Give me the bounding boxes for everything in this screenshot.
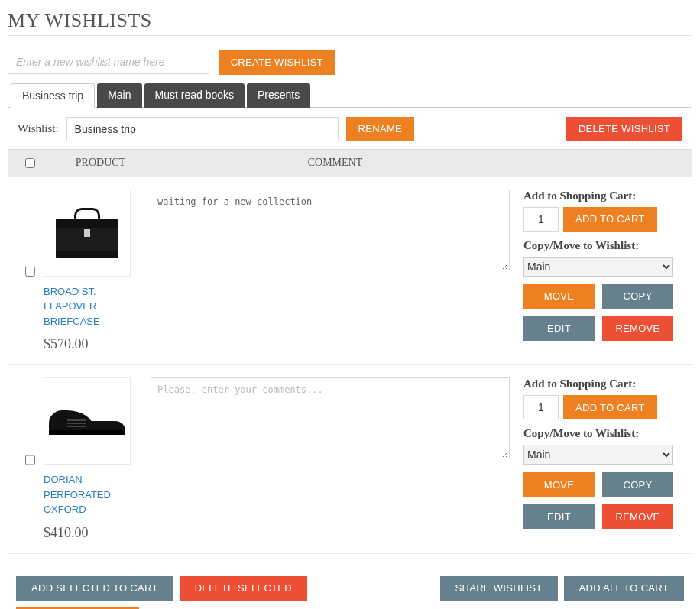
copy-button[interactable]: COPY: [602, 284, 673, 309]
product-price: $570.00: [44, 336, 143, 352]
wishlist-item-row: BROAD ST. FLAPOVER BRIEFCASE $570.00 wai…: [8, 177, 692, 366]
item-checkbox[interactable]: [25, 193, 35, 351]
wishlist-label: Wishlist:: [18, 122, 59, 135]
comment-input[interactable]: waiting for a new collection: [151, 190, 510, 270]
target-wishlist-select[interactable]: Main: [523, 257, 673, 277]
tab-must-read-books[interactable]: Must read books: [144, 83, 245, 108]
product-price: $410.00: [44, 525, 143, 541]
target-wishlist-select[interactable]: Main: [523, 445, 673, 465]
add-to-cart-button[interactable]: ADD TO CART: [563, 207, 657, 232]
copy-move-header: Copy/Move to Wishlist:: [523, 427, 684, 440]
edit-button[interactable]: EDIT: [523, 504, 595, 529]
copy-move-header: Copy/Move to Wishlist:: [523, 239, 684, 252]
page-title: MY WISHLISTS: [8, 9, 692, 36]
add-to-cart-header: Add to Shopping Cart:: [523, 377, 684, 390]
column-product-header: PRODUCT: [45, 157, 156, 169]
wishlist-tabs: Business tripMainMust read booksPresents: [8, 83, 692, 108]
move-button[interactable]: MOVE: [523, 472, 595, 497]
update-wishlist-button[interactable]: UPDATE WISHLIST: [16, 607, 139, 610]
wishlist-name-input[interactable]: [66, 117, 339, 141]
product-image[interactable]: [44, 377, 131, 465]
move-button[interactable]: MOVE: [523, 284, 595, 309]
share-wishlist-button[interactable]: SHARE WISHLIST: [440, 576, 558, 601]
add-to-cart-header: Add to Shopping Cart:: [523, 190, 684, 202]
remove-button[interactable]: REMOVE: [602, 316, 673, 341]
rename-button[interactable]: RENAME: [346, 117, 414, 141]
new-wishlist-input[interactable]: [8, 50, 209, 74]
product-link[interactable]: DORIAN PERFORATED OXFORD: [44, 472, 143, 517]
wishlist-item-row: DORIAN PERFORATED OXFORD $410.00 Add to …: [8, 365, 692, 554]
edit-button[interactable]: EDIT: [523, 316, 595, 341]
remove-button[interactable]: REMOVE: [602, 504, 673, 529]
create-wishlist-button[interactable]: CREATE WISHLIST: [219, 50, 335, 75]
add-selected-to-cart-button[interactable]: ADD SELECTED TO CART: [16, 576, 173, 601]
column-comment-header: COMMENT: [156, 157, 514, 169]
select-all-checkbox[interactable]: [25, 158, 35, 168]
product-image[interactable]: [44, 190, 131, 277]
copy-button[interactable]: COPY: [602, 472, 673, 497]
qty-input[interactable]: [523, 207, 559, 232]
shoe-icon: [49, 404, 125, 438]
tab-presents[interactable]: Presents: [247, 83, 310, 108]
tab-main[interactable]: Main: [97, 83, 141, 108]
tab-business-trip[interactable]: Business trip: [11, 83, 95, 108]
briefcase-icon: [56, 208, 118, 258]
add-all-to-cart-button[interactable]: ADD ALL TO CART: [564, 576, 684, 601]
item-checkbox[interactable]: [25, 381, 35, 539]
comment-input[interactable]: [151, 377, 510, 458]
qty-input[interactable]: [523, 395, 559, 419]
delete-wishlist-button[interactable]: DELETE WISHLIST: [566, 117, 682, 141]
delete-selected-button[interactable]: DELETE SELECTED: [180, 576, 307, 601]
add-to-cart-button[interactable]: ADD TO CART: [563, 395, 657, 419]
product-link[interactable]: BROAD ST. FLAPOVER BRIEFCASE: [44, 284, 143, 329]
